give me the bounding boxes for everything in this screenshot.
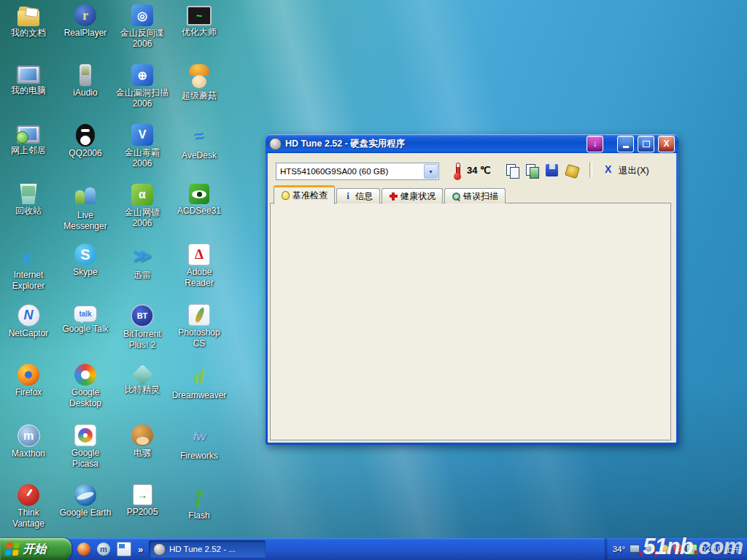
drive-temperature: 34 ℃ <box>467 165 491 176</box>
dreamweaver-icon: d <box>187 364 212 389</box>
messenger-tray-icon[interactable] <box>686 544 697 555</box>
desktop-icon-flash[interactable]: fFlash <box>171 484 227 521</box>
desktop-icon-qq[interactable]: QQ2006 <box>58 124 113 159</box>
flash-icon: f <box>187 484 212 509</box>
hdtune-app-icon <box>269 138 282 150</box>
desktop-icon-internet-explorer[interactable]: eInternet Explorer <box>1 244 56 292</box>
system-tray: 34° x 02:10 上午 <box>605 538 747 560</box>
desktop-icon-google-picasa[interactable]: Google Picasa <box>58 424 113 470</box>
desktop-icon-kingsoft-vulnscan[interactable]: ⊕金山漏洞扫描 2006 <box>115 64 170 109</box>
chevron-down-icon[interactable]: ▼ <box>424 164 438 179</box>
tray-clock[interactable]: 02:10 上午 <box>701 544 741 555</box>
tab-info[interactable]: i 信息 <box>336 188 380 203</box>
kingsoft-vulnscan-icon: ⊕ <box>131 64 153 86</box>
desktop-icon-label: 我的电脑 <box>11 85 46 96</box>
device-disconnected-icon[interactable] <box>644 544 656 555</box>
download-arrow-button[interactable]: ↓ <box>587 136 603 152</box>
info-icon: i <box>344 192 352 201</box>
desktop-icon-pp2005[interactable]: →PP2005 <box>115 484 170 518</box>
desktop-icon-thinkvantage[interactable]: Think Vantage <box>1 484 56 529</box>
desktop-icon-network-places[interactable]: 网上邻居 <box>1 124 56 156</box>
tab-health[interactable]: 健康状况 <box>382 188 443 203</box>
kingsoft-firewall-icon: α <box>131 184 153 206</box>
exit-x-icon[interactable]: X <box>605 163 611 175</box>
live-messenger-icon <box>73 184 98 209</box>
desktop-icon-avedesk[interactable]: ≈AveDesk <box>171 124 227 161</box>
desktop-icon-firefox[interactable]: Firefox <box>1 364 56 398</box>
desktop-icon-maxthon[interactable]: mMaxthon <box>1 424 56 459</box>
drive-select-dropdown[interactable]: HTS541060G9SA00 (60 GB) ▼ <box>276 163 439 180</box>
titlebar[interactable]: HD Tune 2.52 - 硬盘实用程序 ↓ X <box>266 134 678 153</box>
quick-launch-bar: m » <box>77 538 143 560</box>
desktop-icon-photoshop[interactable]: Photoshop CS <box>171 304 227 349</box>
thunder-icon: ≫ <box>130 244 155 268</box>
tab-bar: 基准检查 i 信息 健康状况 错误扫描 <box>274 187 507 203</box>
desktop-icon-label: AveDesk <box>182 150 217 161</box>
security-shield-icon[interactable]: x <box>673 544 683 555</box>
taskbar-button-hdtune[interactable]: HD Tune 2.52 - ... <box>149 540 266 558</box>
desktop-icon-kingsoft-antispy[interactable]: ◎金山反间谍 2006 <box>115 4 170 50</box>
desktop-icon-live-messenger[interactable]: Live Messenger <box>58 184 113 232</box>
desktop-icon-label: Google Earth <box>60 508 112 518</box>
desktop-icon-my-computer[interactable]: 我的电脑 <box>1 64 56 96</box>
desktop-icon-thunder[interactable]: ≫迅雷 <box>115 244 170 281</box>
network-places-icon <box>17 125 40 144</box>
start-menu-button[interactable]: 开始 <box>0 538 71 560</box>
kingsoft-antivirus-icon: V <box>131 124 153 146</box>
taskbar-button-label: HD Tune 2.52 - ... <box>169 545 236 553</box>
desktop-icon-label: Think Vantage <box>1 508 56 529</box>
desktop-icon-kingsoft-antivirus[interactable]: V金山毒霸 2006 <box>115 124 170 169</box>
yellow-status-icon[interactable] <box>659 545 669 554</box>
desktop-icon-my-documents[interactable]: 我的文档 <box>1 4 56 39</box>
settings-icon[interactable] <box>563 162 581 179</box>
quicklaunch-browser-ball-icon[interactable] <box>77 542 90 556</box>
minimize-button[interactable] <box>617 136 634 152</box>
desktop-icon-google-talk[interactable]: talkGoogle Talk <box>58 304 113 335</box>
desktop-icon-label: iAudio <box>73 88 97 98</box>
desktop-icon-emule[interactable]: 电骡 <box>115 424 170 459</box>
desktop-icon-label: 超级蘑菇 <box>182 90 217 101</box>
desktop-icon-label: Photoshop CS <box>171 327 227 349</box>
desktop-icon-dreamweaver[interactable]: dDreamweaver <box>171 364 227 401</box>
save-icon[interactable] <box>543 162 561 179</box>
desktop-icon-label: Skype <box>73 267 97 278</box>
tab-error-scan[interactable]: 错误扫描 <box>444 188 506 203</box>
desktop-icon-kingsoft-firewall[interactable]: α金山网镖 2006 <box>115 184 170 229</box>
copy-image-icon[interactable] <box>524 162 541 179</box>
desktop-icon-skype[interactable]: SSkype <box>58 244 113 278</box>
desktop-icon-bittorrent[interactable]: BTBitTorrent Plus! 2 <box>115 304 170 351</box>
desktop-icon-super-mushroom[interactable]: 超级蘑菇 <box>171 64 227 101</box>
exit-button[interactable]: 退出(X) <box>619 165 649 177</box>
desktop-icon-acdsee[interactable]: ACDSee31 <box>171 184 227 217</box>
quicklaunch-overflow-chevron[interactable]: » <box>138 544 143 555</box>
google-earth-icon <box>74 484 96 506</box>
quicklaunch-maxthon-icon[interactable]: m <box>97 542 110 556</box>
desktop-icon-label: Fireworks <box>180 451 218 462</box>
desktop-icon-optimize-master[interactable]: ~优化大师 <box>171 4 227 38</box>
google-talk-icon: talk <box>74 306 97 322</box>
maximize-button[interactable] <box>638 136 654 152</box>
bittorrent-icon: BT <box>131 304 154 327</box>
close-button[interactable]: X <box>658 136 675 152</box>
desktop-icon-fireworks[interactable]: fwFireworks <box>171 424 227 462</box>
tray-temperature: 34° <box>613 545 625 553</box>
error-scan-magnifier-icon <box>452 192 460 201</box>
tab-benchmark[interactable]: 基准检查 <box>274 185 335 204</box>
desktop-icon-bitspirit[interactable]: 比特精灵 <box>115 364 170 395</box>
network-disconnected-icon[interactable] <box>629 544 640 555</box>
desktop-icon-label: Dreamweaver <box>172 390 227 401</box>
desktop-icon-google-earth[interactable]: Google Earth <box>58 484 113 518</box>
desktop-icon-realplayer[interactable]: rRealPlayer <box>58 4 113 39</box>
desktop: 我的文档我的电脑网上邻居回收站eInternet ExplorerNNetCap… <box>0 0 747 560</box>
thinkvantage-icon <box>18 484 39 506</box>
desktop-icon-netcaptor[interactable]: NNetCaptor <box>1 304 56 339</box>
desktop-icon-iaudio[interactable]: iAudio <box>58 64 113 98</box>
tab-label: 基准检查 <box>293 190 328 202</box>
desktop-icon-adobe-reader[interactable]: ΔAdobe Reader <box>171 244 227 289</box>
desktop-icon-google-desktop[interactable]: Google Desktop <box>58 364 113 409</box>
copy-text-icon[interactable] <box>504 162 522 179</box>
desktop-icon-recycle-bin[interactable]: 回收站 <box>1 184 56 217</box>
toolbar-separator <box>589 162 592 178</box>
quicklaunch-mail-icon[interactable] <box>117 542 131 556</box>
desktop-icon-label: 迅雷 <box>133 270 151 281</box>
